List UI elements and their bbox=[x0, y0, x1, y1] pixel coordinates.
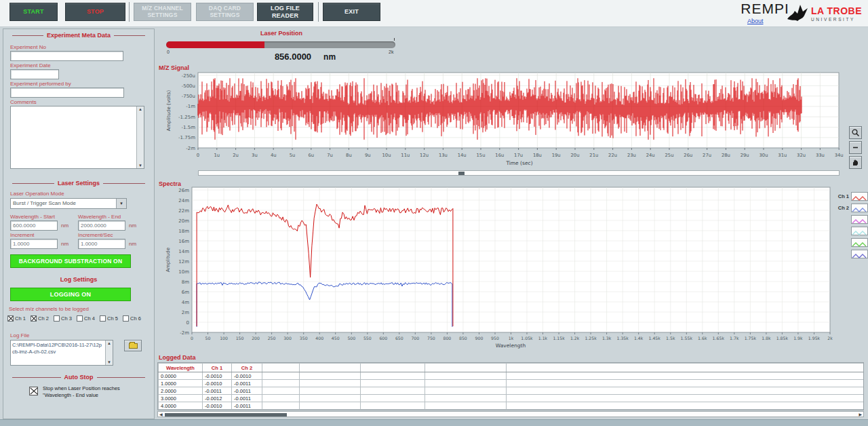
logging-button[interactable]: LOGGING ON bbox=[10, 288, 131, 301]
mz-graph-x-scrollbar[interactable] bbox=[198, 170, 840, 176]
spectra-x-tick-label: 1.45k bbox=[649, 336, 661, 341]
log-file-reader-button[interactable]: LOG FILE READER bbox=[257, 3, 313, 21]
logged-data-cell: 0.0000 bbox=[159, 372, 203, 380]
legend-plot-sample[interactable] bbox=[851, 250, 868, 258]
exit-button[interactable]: EXIT bbox=[323, 3, 380, 21]
checkbox-checked-icon[interactable] bbox=[7, 315, 14, 322]
mz-x-tick-label: 22u bbox=[608, 153, 617, 158]
mz-channel-settings-button[interactable]: M/Z CHANNEL SETTINGS bbox=[134, 3, 191, 21]
window-bottom-bar bbox=[0, 419, 868, 426]
wl-end-field[interactable] bbox=[78, 220, 125, 231]
spectra-x-tick-label: 400 bbox=[315, 336, 323, 341]
channel-checkbox-label: Ch 5 bbox=[107, 315, 118, 322]
legend-plot-sample[interactable] bbox=[851, 192, 868, 201]
scroll-right-icon[interactable]: ▶ bbox=[858, 412, 863, 417]
checkbox-unchecked-icon[interactable] bbox=[123, 315, 129, 322]
performed-by-field[interactable] bbox=[10, 88, 124, 98]
increment-field[interactable] bbox=[10, 239, 58, 249]
about-link[interactable]: About bbox=[747, 18, 764, 24]
checkbox-unchecked-icon[interactable] bbox=[100, 315, 106, 322]
log-file-scrollbar[interactable]: ▲ ▼ bbox=[105, 341, 113, 365]
sidebar-panel: Experiment Meta Data Experiment No Exper… bbox=[3, 28, 155, 419]
mz-x-tick-label: 6u bbox=[308, 153, 314, 158]
mz-graph-x-scroll-thumb[interactable] bbox=[458, 172, 465, 175]
spectra-x-tick-label: 1.15k bbox=[553, 336, 565, 341]
logged-data-empty-cell bbox=[300, 372, 361, 380]
spectra-x-tick-label: 900 bbox=[475, 336, 484, 341]
mz-signal-graph[interactable]: -250u-500u-750u-1m-1.25m-1.5m-1.75m-2m01… bbox=[157, 65, 868, 168]
mz-x-tick-label: 20u bbox=[571, 153, 580, 158]
latrobe-logo: LA TROBE UNIVERSITY bbox=[787, 3, 862, 24]
zoom-tool-button[interactable] bbox=[849, 126, 862, 139]
logged-data-empty-cell bbox=[262, 402, 300, 410]
channel-checkbox-2[interactable]: Ch 2 bbox=[31, 315, 49, 322]
channel-checkbox-3[interactable]: Ch 3 bbox=[54, 315, 72, 322]
experiment-date-label: Experiment Date bbox=[10, 62, 51, 69]
start-button[interactable]: START bbox=[9, 3, 58, 21]
comments-scrollbar[interactable]: ▲ ▼ bbox=[136, 106, 144, 168]
laser-mode-dropdown[interactable]: Burst / Trigger Scan Mode ▼ bbox=[10, 198, 127, 209]
logo-brand-text: LA TROBE bbox=[811, 5, 862, 16]
spectra-x-tick-label: 1.2k bbox=[570, 336, 580, 341]
table-x-scrollbar[interactable]: ◀ ▶ bbox=[157, 411, 864, 417]
table-x-scroll-thumb[interactable] bbox=[165, 413, 287, 417]
legend-plot-sample[interactable] bbox=[851, 215, 868, 224]
wl-start-field[interactable] bbox=[10, 220, 58, 231]
laser-mode-value: Burst / Trigger Scan Mode bbox=[11, 199, 116, 208]
experiment-date-field[interactable] bbox=[10, 69, 59, 79]
toolbar-separator bbox=[129, 2, 130, 22]
pan-tool-button[interactable] bbox=[849, 156, 862, 169]
scroll-left-icon[interactable]: ◀ bbox=[159, 412, 163, 417]
cursor-tool-button[interactable] bbox=[849, 141, 862, 154]
legend-plot-sample[interactable] bbox=[851, 238, 868, 247]
scroll-up-icon[interactable]: ▲ bbox=[106, 341, 112, 346]
channels-select-label: Select m/z channels to be logged bbox=[9, 306, 89, 312]
channel-checkbox-label: Ch 1 bbox=[15, 315, 26, 322]
scroll-down-icon[interactable]: ▼ bbox=[138, 163, 143, 168]
spectra-y-tick-label: -2m bbox=[180, 330, 189, 336]
mz-x-tick-label: 23u bbox=[627, 153, 636, 158]
auto-stop-checkbox[interactable] bbox=[29, 387, 38, 395]
daq-card-settings-button[interactable]: DAQ CARD SETTINGS bbox=[196, 3, 254, 21]
toolbar: START STOP M/Z CHANNEL SETTINGS DAQ CARD… bbox=[0, 0, 868, 27]
logged-data-cell: -0.0010 bbox=[203, 402, 232, 410]
spectra-y-tick-label: 26m bbox=[178, 188, 189, 193]
channel-checkbox-1[interactable]: Ch 1 bbox=[7, 315, 26, 322]
laser-position-title: Laser Position bbox=[224, 30, 339, 37]
mz-x-tick-label: 15u bbox=[477, 153, 486, 158]
logged-data-table-container: WavelengthCh 1Ch 20.0000-0.0010-0.00101.… bbox=[157, 362, 864, 410]
spectra-x-tick-label: 1.4k bbox=[634, 336, 644, 341]
logged-data-cell: -0.0011 bbox=[232, 402, 262, 410]
legend-plot-sample[interactable] bbox=[851, 204, 868, 212]
logged-data-empty-cell bbox=[262, 372, 300, 380]
auto-stop-label: Stop when Laser Position reaches "Wavele… bbox=[43, 385, 144, 399]
mz-x-tick-label: 27u bbox=[703, 153, 711, 158]
logged-data-empty-header bbox=[361, 364, 425, 372]
checkbox-unchecked-icon[interactable] bbox=[54, 315, 60, 322]
scroll-up-icon[interactable]: ▲ bbox=[138, 106, 143, 112]
mz-x-tick-label: 28u bbox=[722, 153, 730, 158]
graph-tool-palette bbox=[849, 126, 863, 171]
channel-checkbox-6[interactable]: Ch 6 bbox=[123, 315, 141, 322]
spectra-graph[interactable]: 26m24m22m20m18m16m14m12m10m8m6m4m2m0-2m0… bbox=[157, 179, 868, 354]
browse-log-file-button[interactable] bbox=[124, 340, 142, 351]
logged-data-empty-cell bbox=[361, 387, 425, 395]
increment-sec-field[interactable] bbox=[78, 239, 125, 249]
scroll-down-icon[interactable]: ▼ bbox=[106, 360, 112, 365]
experiment-no-field[interactable] bbox=[10, 51, 123, 61]
spectra-x-tick-label: 250 bbox=[268, 336, 276, 341]
log-file-path[interactable]: C:\REMPI-Data\12PCB\2016-11-27\12pcb-imz… bbox=[11, 341, 105, 365]
stop-button[interactable]: STOP bbox=[65, 3, 125, 21]
channel-checkbox-4[interactable]: Ch 4 bbox=[77, 315, 95, 322]
comments-field[interactable] bbox=[11, 106, 136, 168]
channel-checkbox-5[interactable]: Ch 5 bbox=[100, 315, 118, 322]
checkbox-unchecked-icon[interactable] bbox=[77, 315, 83, 322]
legend-plot-sample[interactable] bbox=[851, 227, 868, 235]
wl-end-label: Wavelength - End bbox=[78, 214, 121, 220]
background-subtraction-button[interactable]: BACKGROUND SUBSTRACTION ON bbox=[10, 254, 131, 268]
logged-data-cell: 2.0000 bbox=[159, 387, 203, 395]
logged-data-table: WavelengthCh 1Ch 20.0000-0.0010-0.00101.… bbox=[158, 363, 864, 410]
checkbox-checked-icon[interactable] bbox=[31, 315, 37, 322]
chevron-down-icon[interactable]: ▼ bbox=[116, 199, 126, 208]
mz-y-tick-label: -500u bbox=[182, 83, 195, 89]
